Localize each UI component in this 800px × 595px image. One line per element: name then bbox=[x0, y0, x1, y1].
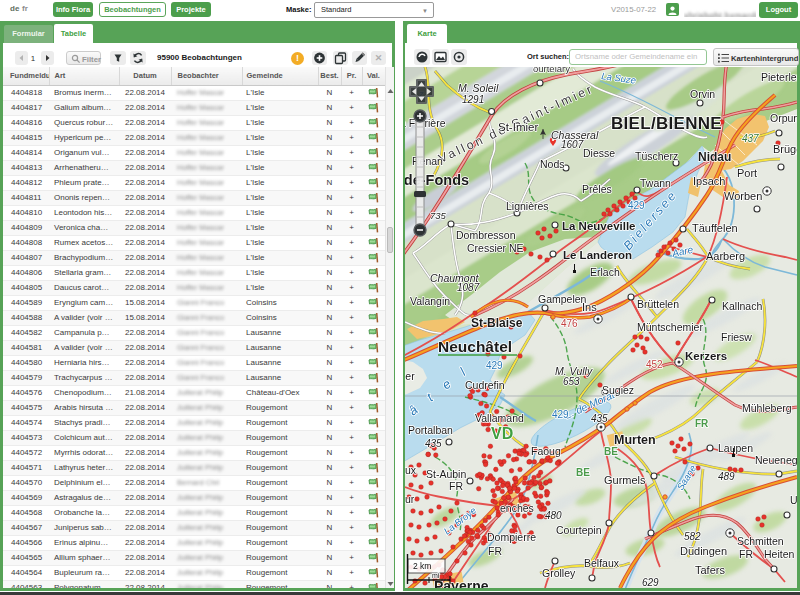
svg-text:Port: Port bbox=[737, 167, 757, 179]
svg-text:Grolley: Grolley bbox=[542, 567, 576, 579]
svg-text:429: 429 bbox=[628, 200, 645, 211]
svg-text:Sugiez: Sugiez bbox=[602, 384, 634, 396]
svg-text:U: U bbox=[790, 494, 797, 506]
svg-text:ier: ier bbox=[405, 370, 415, 382]
svg-text:429: 429 bbox=[552, 409, 569, 420]
svg-text:Pieterlen: Pieterlen bbox=[761, 71, 797, 83]
svg-text:2 km: 2 km bbox=[413, 561, 431, 571]
svg-text:Erlach: Erlach bbox=[590, 266, 620, 278]
svg-text:Valangin: Valangin bbox=[410, 295, 450, 307]
svg-text:582: 582 bbox=[684, 531, 701, 542]
svg-text:mi: mi bbox=[432, 572, 440, 579]
svg-text:Vallamand: Vallamand bbox=[475, 412, 524, 424]
svg-text:Orpun: Orpun bbox=[770, 112, 797, 124]
svg-text:Mühleberg: Mühleberg bbox=[742, 402, 792, 414]
svg-text:Nods: Nods bbox=[540, 158, 565, 170]
svg-text:Tüscherz: Tüscherz bbox=[635, 150, 678, 162]
svg-text:Heiten: Heiten bbox=[764, 548, 795, 560]
svg-text:Prêles: Prêles bbox=[582, 183, 612, 195]
svg-text:Tafers: Tafers bbox=[695, 564, 725, 576]
svg-text:FR: FR bbox=[488, 545, 502, 557]
svg-text:Gurmels: Gurmels bbox=[604, 474, 646, 486]
svg-text:Portalban: Portalban bbox=[408, 424, 453, 436]
svg-text:Nidau: Nidau bbox=[698, 150, 731, 164]
svg-text:BE: BE bbox=[604, 446, 618, 457]
svg-text:St-Imier: St-Imier bbox=[498, 121, 538, 133]
svg-text:St-Aubin: St-Aubin bbox=[426, 468, 466, 480]
svg-text:Kerzers: Kerzers bbox=[685, 350, 727, 362]
svg-text:Schmitten: Schmitten bbox=[737, 535, 784, 547]
svg-text:Düdingen: Düdingen bbox=[680, 545, 727, 557]
svg-text:Müntschemier: Müntschemier bbox=[637, 321, 703, 333]
svg-text:Worben: Worben bbox=[724, 190, 762, 202]
svg-text:Gampelen: Gampelen bbox=[538, 293, 587, 305]
svg-text:Ins: Ins bbox=[582, 301, 597, 313]
svg-text:Belfaux: Belfaux bbox=[584, 557, 620, 569]
svg-text:ux: ux bbox=[405, 464, 417, 476]
svg-text:VD: VD bbox=[491, 425, 513, 442]
svg-text:M. Soleil: M. Soleil bbox=[458, 82, 499, 94]
svg-text:437: 437 bbox=[742, 133, 759, 144]
svg-text:BE: BE bbox=[576, 467, 590, 478]
svg-text:Lignières: Lignières bbox=[506, 200, 549, 212]
svg-text:1291: 1291 bbox=[462, 94, 484, 105]
svg-text:653: 653 bbox=[563, 376, 580, 387]
svg-text:1087: 1087 bbox=[457, 282, 480, 293]
svg-text:Ipsach: Ipsach bbox=[693, 175, 725, 187]
svg-text:FR: FR bbox=[739, 548, 753, 560]
svg-text:Aarberg: Aarberg bbox=[706, 250, 745, 262]
svg-text:Brüttelen: Brüttelen bbox=[637, 298, 679, 310]
svg-text:enches: enches bbox=[500, 502, 534, 514]
svg-text:480: 480 bbox=[545, 510, 562, 521]
svg-text:Cudrefin: Cudrefin bbox=[465, 379, 505, 391]
svg-text:Laupen: Laupen bbox=[718, 442, 753, 454]
svg-text:Murten: Murten bbox=[614, 433, 656, 447]
svg-text:Friesw: Friesw bbox=[721, 331, 752, 343]
svg-text:735: 735 bbox=[430, 210, 447, 221]
svg-text:Diesse: Diesse bbox=[583, 147, 615, 159]
svg-text:Neueneg: Neueneg bbox=[755, 454, 797, 466]
svg-text:Dompierre: Dompierre bbox=[487, 531, 536, 543]
svg-text:Kallnach: Kallnach bbox=[722, 300, 762, 312]
svg-text:489: 489 bbox=[718, 471, 735, 482]
svg-text:ourtelary: ourtelary bbox=[533, 67, 570, 74]
svg-text:FR: FR bbox=[695, 418, 709, 429]
svg-text:La Neuveville: La Neuveville bbox=[562, 220, 636, 232]
svg-text:ur: ur bbox=[405, 493, 415, 505]
svg-text:452: 452 bbox=[646, 359, 663, 370]
svg-text:Faoug: Faoug bbox=[531, 445, 561, 457]
svg-text:476: 476 bbox=[561, 318, 578, 329]
svg-text:1607: 1607 bbox=[561, 139, 584, 150]
svg-text:435: 435 bbox=[591, 413, 608, 424]
svg-text:Neuchâtel: Neuchâtel bbox=[438, 338, 512, 355]
svg-text:BIEL/BIENNE: BIEL/BIENNE bbox=[611, 114, 722, 133]
svg-text:Täuffelen: Täuffelen bbox=[692, 222, 738, 234]
svg-text:Cressier NE: Cressier NE bbox=[467, 242, 524, 254]
svg-text:FR: FR bbox=[449, 480, 463, 492]
svg-text:-de-Fonds: -de-Fonds bbox=[405, 172, 469, 188]
svg-text:St-Blaise: St-Blaise bbox=[471, 316, 523, 330]
svg-text:Dombresson: Dombresson bbox=[456, 229, 516, 241]
svg-text:Twann: Twann bbox=[640, 177, 671, 189]
svg-text:429: 429 bbox=[486, 360, 503, 371]
svg-text:435: 435 bbox=[425, 438, 442, 449]
svg-text:629: 629 bbox=[642, 577, 659, 588]
svg-text:Brügg: Brügg bbox=[773, 143, 797, 155]
svg-text:Orvin: Orvin bbox=[690, 88, 715, 100]
svg-text:Courtepin: Courtepin bbox=[556, 524, 602, 536]
svg-text:Le Landeron: Le Landeron bbox=[563, 249, 632, 261]
